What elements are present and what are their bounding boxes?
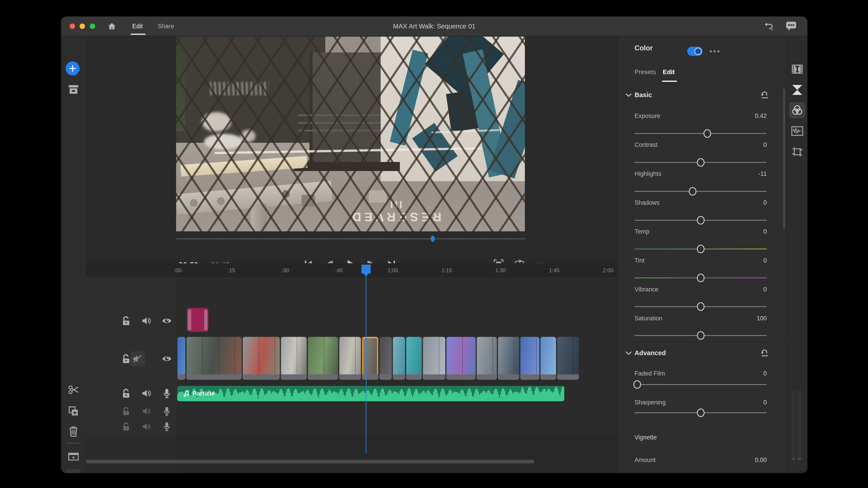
video-clip[interactable] (406, 337, 422, 380)
duplicate-clip-button[interactable] (66, 403, 81, 419)
panel-title: Color (634, 44, 653, 52)
video-clip[interactable] (446, 337, 475, 380)
feedback-button[interactable] (784, 20, 798, 32)
lock-track-button[interactable] (123, 422, 130, 431)
panel-more-options-button[interactable] (710, 51, 719, 53)
track-header-a3 (86, 419, 178, 434)
lock-track-button[interactable] (123, 407, 130, 416)
slider-track[interactable] (634, 249, 767, 250)
slider-track[interactable] (634, 335, 767, 336)
mute-track-button[interactable] (142, 423, 151, 430)
audio-panel-button[interactable] (789, 123, 805, 139)
slider-track[interactable] (634, 306, 767, 307)
delete-clip-button[interactable] (66, 424, 81, 440)
thumbnail-separators (281, 337, 307, 380)
slider-track[interactable] (634, 133, 767, 134)
transitions-panel-button[interactable] (789, 82, 805, 98)
video-clip[interactable] (243, 337, 280, 380)
title-clip[interactable] (187, 308, 209, 332)
mute-track-button[interactable] (142, 408, 151, 415)
hide-track-button[interactable] (162, 317, 172, 324)
record-voiceover-button[interactable] (163, 406, 170, 416)
slider-track[interactable] (634, 278, 767, 278)
music-clip[interactable]: Particle (177, 386, 564, 401)
slider-track[interactable] (634, 412, 767, 413)
track-header (86, 434, 178, 473)
slider-track[interactable] (634, 384, 767, 385)
record-voiceover-button[interactable] (163, 422, 170, 431)
playhead-line[interactable] (366, 273, 366, 453)
lock-track-button[interactable] (122, 354, 130, 363)
slider-knob[interactable] (697, 273, 705, 282)
timeline-ruler[interactable]: :00:15:30:451:001:151:301:452:00 (86, 263, 618, 278)
slider-knob[interactable] (697, 331, 705, 340)
video-clip[interactable] (498, 337, 519, 380)
slider-track[interactable] (634, 162, 767, 163)
video-clip[interactable] (177, 337, 185, 380)
video-clip[interactable] (423, 337, 445, 380)
lock-track-button[interactable] (122, 389, 130, 398)
preview-scrub-bar[interactable] (176, 238, 525, 239)
color-effect-toggle[interactable] (687, 47, 703, 56)
split-clip-button[interactable] (66, 382, 81, 397)
lock-track-button[interactable] (122, 316, 130, 326)
slider-track[interactable] (634, 191, 767, 192)
record-voiceover-button[interactable] (163, 388, 170, 398)
timeline-spacer-row (86, 293, 618, 307)
advanced-section-header[interactable]: Advanced (634, 349, 666, 357)
clip-trim-handle-left[interactable] (188, 310, 191, 330)
chevron-down-icon[interactable] (625, 93, 632, 97)
slider-knob[interactable] (697, 216, 705, 225)
video-clip[interactable] (339, 337, 361, 380)
video-clip[interactable] (186, 337, 242, 380)
basic-section-header[interactable]: Basic (634, 91, 652, 99)
timeline-horizontal-scrollbar[interactable] (86, 460, 534, 463)
panel-scrollbar[interactable] (783, 89, 785, 229)
eye-icon (162, 317, 172, 324)
crop-transform-panel-button[interactable] (789, 144, 805, 160)
reset-basic-button[interactable] (761, 92, 770, 99)
playhead-handle[interactable] (362, 265, 371, 273)
video-clip[interactable] (557, 337, 579, 380)
undo-button[interactable] (762, 21, 775, 32)
video-clip[interactable] (281, 337, 307, 380)
timeline-spacer-row (86, 278, 618, 293)
track-controls-button[interactable] (66, 469, 81, 473)
slider-knob[interactable] (633, 380, 641, 389)
slider-track[interactable] (634, 220, 767, 221)
slider-knob[interactable] (704, 129, 711, 138)
tab-color-edit[interactable]: Edit (663, 68, 675, 76)
slider-knob[interactable] (697, 302, 705, 311)
video-clip[interactable] (308, 337, 338, 380)
clip-trim-handle-right[interactable] (204, 310, 208, 330)
mute-track-button[interactable] (142, 317, 151, 325)
voiceover-button[interactable] (66, 449, 81, 464)
video-clip-selected[interactable] (362, 337, 378, 380)
scrub-playhead-dot[interactable] (431, 236, 435, 242)
monitor-and-timeline: RESERVED III 00:52 29 01:49 41 (86, 36, 618, 473)
delete-icon (69, 426, 78, 437)
video-clip[interactable] (476, 337, 497, 380)
slider-knob[interactable] (697, 245, 705, 253)
track-controls-icon (68, 472, 79, 473)
media-browser-button[interactable] (66, 82, 81, 97)
slider-knob[interactable] (689, 187, 696, 196)
mute-track-button[interactable] (133, 355, 142, 363)
hide-track-button[interactable] (162, 355, 172, 362)
video-track-2 (86, 307, 618, 335)
video-clip[interactable] (393, 337, 405, 380)
duplicate-icon (68, 406, 79, 416)
clip-audio-strip (379, 375, 392, 380)
titles-panel-button[interactable] (789, 61, 805, 77)
video-clip[interactable] (540, 337, 556, 380)
video-clip[interactable] (520, 337, 539, 380)
chevron-down-icon[interactable] (625, 351, 632, 355)
reset-advanced-button[interactable] (761, 350, 770, 357)
slider-knob[interactable] (697, 158, 705, 167)
add-media-button[interactable] (66, 61, 80, 75)
color-panel-button[interactable] (789, 102, 805, 119)
mute-track-button[interactable] (142, 389, 151, 398)
tab-presets[interactable]: Presets (634, 68, 656, 76)
slider-knob[interactable] (697, 409, 705, 417)
video-clip[interactable] (379, 337, 392, 380)
